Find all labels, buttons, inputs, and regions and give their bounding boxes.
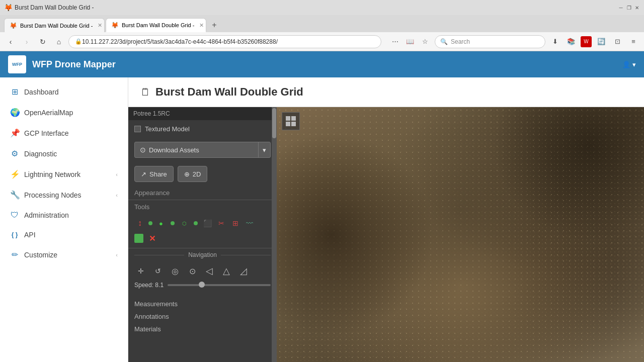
speed-label: Speed: 8.1 bbox=[134, 282, 164, 289]
reader-btn[interactable]: 📖 bbox=[404, 35, 417, 48]
tool-ruler[interactable]: ↕ bbox=[134, 218, 145, 229]
download-dropdown-arrow[interactable]: ▾ bbox=[258, 142, 270, 157]
download-btn[interactable]: ⬇ bbox=[548, 35, 561, 48]
app: WFP WFP Drone Mapper 👤 ▾ ⊞ Dashboard 🌍 O… bbox=[0, 51, 644, 362]
processing-arrow-icon: ‹ bbox=[116, 192, 118, 198]
user-arrow-icon: ▾ bbox=[632, 61, 636, 68]
home-btn[interactable]: ⌂ bbox=[52, 35, 65, 48]
address-bar: ‹ › ↻ ⌂ 🔒 10.11.227.22/3d/project/5/task… bbox=[0, 32, 644, 51]
new-tab-btn[interactable]: + bbox=[207, 18, 221, 32]
sidebar-item-openaerialmap[interactable]: 🌍 OpenAerialMap bbox=[0, 102, 128, 123]
search-placeholder: Search bbox=[451, 38, 470, 45]
sidebar-item-diagnostic[interactable]: ⚙ Diagnostic bbox=[0, 143, 128, 164]
tool-volume[interactable]: ⬛ bbox=[202, 218, 213, 229]
sidebar: ⊞ Dashboard 🌍 OpenAerialMap 📌 GCP Interf… bbox=[0, 77, 128, 362]
scrollbar-thumb[interactable] bbox=[272, 108, 276, 138]
tool-dot2[interactable] bbox=[171, 221, 175, 225]
dropdown-arrow-icon: ▾ bbox=[263, 146, 266, 154]
tool-profile[interactable]: 〰 bbox=[244, 218, 255, 229]
nav-pan[interactable]: ✛ bbox=[134, 264, 147, 278]
title-bar: 🦊 Burst Dam Wall Double Grid - ─ ❐ ✕ bbox=[0, 0, 644, 15]
browser-tab-1[interactable]: 🦊 Burst Dam Wall Double Grid - ✕ bbox=[4, 18, 105, 32]
materials-item[interactable]: Materials bbox=[134, 323, 271, 335]
panel-header: Potree 1.5RC bbox=[128, 107, 277, 120]
tool-point[interactable]: ● bbox=[155, 218, 167, 229]
url-text: 10.11.227.22/3d/project/5/task/3ac4da7c-… bbox=[82, 38, 278, 45]
url-input[interactable]: 🔒 10.11.227.22/3d/project/5/task/3ac4da7… bbox=[68, 35, 381, 48]
tool-delete[interactable]: ✕ bbox=[146, 233, 157, 244]
speed-thumb[interactable] bbox=[199, 282, 205, 288]
processing-icon: 🔧 bbox=[10, 190, 19, 200]
speed-slider[interactable] bbox=[168, 284, 271, 286]
bookmark-btn[interactable]: ⋯ bbox=[388, 35, 401, 48]
tab2-close[interactable]: ✕ bbox=[199, 22, 204, 29]
tool-dot1[interactable] bbox=[148, 221, 152, 225]
sidebar-item-customize[interactable]: ✏ Customize ‹ bbox=[0, 244, 128, 265]
nav-lookat[interactable]: ⊙ bbox=[186, 264, 199, 278]
nav-shape3[interactable]: ◿ bbox=[237, 264, 250, 278]
tool-area[interactable]: ⬡ bbox=[179, 218, 190, 229]
bottom-items: Measurements Annotations Materials bbox=[128, 294, 277, 339]
customize-icon: ✏ bbox=[10, 250, 19, 259]
2d-icon: ⊕ bbox=[184, 170, 190, 178]
sidebar-label-administration: Administration bbox=[24, 211, 118, 219]
tool-annotate[interactable]: ⊞ bbox=[230, 218, 241, 229]
container-btn[interactable]: ⊡ bbox=[611, 35, 624, 48]
panel-header-label: Potree 1.5RC bbox=[133, 110, 170, 117]
tool-dot3[interactable] bbox=[194, 221, 198, 225]
nav-shape2[interactable]: △ bbox=[220, 264, 233, 278]
tools-label: Tools bbox=[134, 203, 149, 211]
tools-row-2: ✕ bbox=[128, 233, 277, 248]
browser-icon: 🦊 bbox=[4, 4, 13, 12]
sidebar-label-openaerialmap: OpenAerialMap bbox=[24, 109, 118, 117]
browser-search-box[interactable]: 🔍 Search bbox=[435, 35, 545, 48]
2d-label: 2D bbox=[193, 170, 201, 178]
user-icon: 👤 bbox=[622, 61, 630, 68]
viewport-cube-icon[interactable] bbox=[282, 112, 300, 130]
tool-cube[interactable] bbox=[134, 234, 143, 243]
viewport bbox=[277, 107, 644, 362]
browser-tab-2[interactable]: 🦊 Burst Dam Wall Double Grid - ✕ bbox=[106, 18, 206, 32]
nav-shape1[interactable]: ◁ bbox=[203, 264, 216, 278]
textured-model-checkbox[interactable] bbox=[134, 126, 141, 132]
api-icon: { } bbox=[10, 231, 19, 238]
sidebar-label-diagnostic: Diagnostic bbox=[24, 150, 118, 158]
forward-btn[interactable]: › bbox=[20, 35, 33, 48]
view-2d-btn[interactable]: ⊕ 2D bbox=[178, 166, 208, 182]
sidebar-item-api[interactable]: { } API bbox=[0, 225, 128, 244]
x-icon: ✕ bbox=[149, 234, 155, 243]
bookmarks-btn[interactable]: 📚 bbox=[565, 35, 578, 48]
tab1-close[interactable]: ✕ bbox=[98, 22, 102, 29]
app-body: ⊞ Dashboard 🌍 OpenAerialMap 📌 GCP Interf… bbox=[0, 77, 644, 362]
measurements-item[interactable]: Measurements bbox=[134, 298, 271, 310]
nav-orbit[interactable]: ◎ bbox=[169, 264, 182, 278]
sidebar-item-processing[interactable]: 🔧 Processing Nodes ‹ bbox=[0, 185, 128, 205]
sidebar-label-api: API bbox=[24, 231, 118, 239]
sidebar-item-dashboard[interactable]: ⊞ Dashboard bbox=[0, 81, 128, 102]
sidebar-item-administration[interactable]: 🛡 Administration bbox=[0, 205, 128, 225]
sidebar-item-lightning[interactable]: ⚡ Lightning Network ‹ bbox=[0, 164, 128, 185]
reload-btn[interactable]: ↻ bbox=[36, 35, 49, 48]
close-btn[interactable]: ✕ bbox=[634, 5, 640, 11]
download-main-part[interactable]: ⊙ Download Assets bbox=[135, 142, 255, 157]
share-btn[interactable]: ↗ Share bbox=[134, 166, 174, 182]
window-controls: ─ ❐ ✕ bbox=[618, 5, 640, 11]
customize-arrow-icon: ‹ bbox=[116, 252, 118, 258]
download-icon: ⊙ bbox=[140, 146, 146, 154]
maximize-btn[interactable]: ❐ bbox=[626, 5, 632, 11]
user-menu[interactable]: 👤 ▾ bbox=[622, 61, 636, 68]
extension-btn1[interactable]: W bbox=[581, 36, 592, 47]
back-btn[interactable]: ‹ bbox=[4, 35, 17, 48]
download-assets-btn[interactable]: ⊙ Download Assets ▾ bbox=[134, 142, 271, 158]
tool-clip[interactable]: ✂ bbox=[216, 218, 227, 229]
action-btns-row: ↗ Share ⊕ 2D bbox=[128, 162, 277, 186]
nav-rotate[interactable]: ↺ bbox=[151, 264, 165, 278]
annotations-item[interactable]: Annotations bbox=[134, 310, 271, 323]
sidebar-item-gcp[interactable]: 📌 GCP Interface bbox=[0, 123, 128, 143]
minimize-btn[interactable]: ─ bbox=[618, 5, 624, 11]
menu-btn[interactable]: ≡ bbox=[627, 35, 640, 48]
panel-scrollbar[interactable] bbox=[272, 107, 277, 362]
star-btn[interactable]: ☆ bbox=[419, 35, 432, 48]
sync-btn[interactable]: 🔄 bbox=[595, 35, 608, 48]
left-panel: Potree 1.5RC Textured Model bbox=[128, 107, 277, 362]
